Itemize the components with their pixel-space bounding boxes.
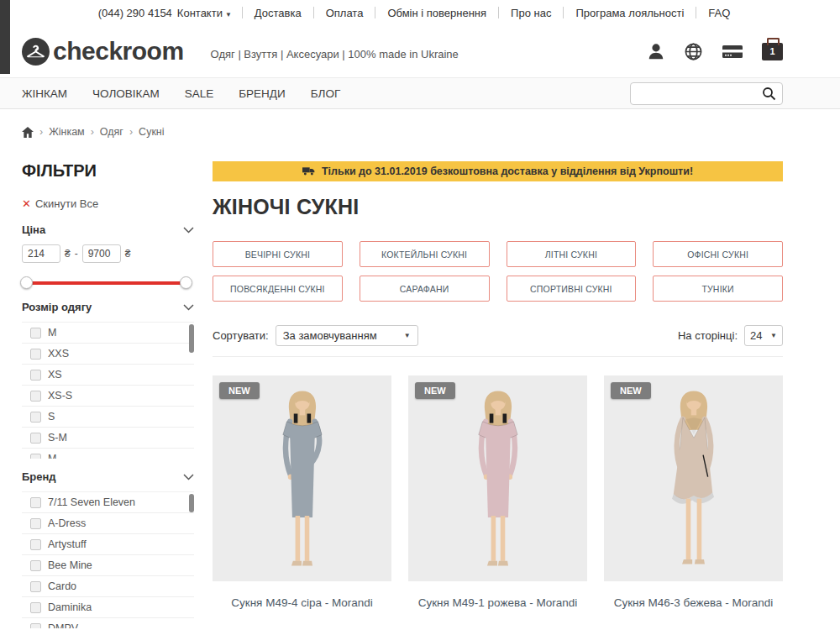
top-link-payment[interactable]: Оплата — [314, 7, 375, 19]
checkbox[interactable] — [30, 518, 41, 529]
price-min-input[interactable] — [22, 244, 60, 263]
breadcrumb-dresses[interactable]: Сукні — [139, 126, 164, 138]
size-option[interactable]: XS-S — [22, 386, 194, 407]
checkbox[interactable] — [30, 433, 41, 444]
breadcrumb-separator: › — [39, 126, 43, 138]
slider-track — [24, 281, 189, 285]
category-casual-dresses[interactable]: ПОВСЯКДЕННІ СУКНІ — [213, 276, 343, 302]
chevron-down-icon — [183, 474, 194, 480]
product-card[interactable]: NEW — [213, 375, 391, 609]
checkbox[interactable] — [30, 497, 41, 508]
new-badge: NEW — [611, 382, 651, 399]
brand-option[interactable]: Daminika — [22, 597, 194, 618]
price-range-slider[interactable] — [24, 276, 189, 289]
product-image[interactable]: NEW — [408, 375, 587, 581]
product-photo-model — [248, 386, 357, 581]
home-icon[interactable] — [22, 127, 34, 138]
checkbox[interactable] — [30, 391, 41, 402]
nav-item-men[interactable]: ЧОЛОВІКАМ — [92, 87, 160, 100]
size-options-list[interactable]: M XXS XS XS-S S S-M M — [22, 322, 194, 459]
account-icon[interactable] — [647, 42, 665, 60]
size-option[interactable]: M — [22, 449, 194, 459]
per-page-label: На сторінці: — [678, 329, 738, 342]
checkbox[interactable] — [30, 412, 41, 423]
checkbox[interactable] — [30, 623, 41, 629]
cart-icon[interactable]: 1 — [762, 43, 783, 60]
size-option[interactable]: S-M — [22, 428, 194, 449]
checkbox[interactable] — [30, 539, 41, 550]
checkbox[interactable] — [30, 581, 41, 592]
reset-filters-button[interactable]: ✕ Скинути Все — [22, 197, 194, 210]
nav-item-sale[interactable]: SALE — [185, 87, 214, 100]
filters-title: ФІЛЬТРИ — [22, 161, 194, 181]
brand-option[interactable]: Bee Mine — [22, 555, 194, 576]
category-office-dresses[interactable]: ОФІСНІ СУКНІ — [653, 241, 783, 267]
scrollbar[interactable] — [189, 324, 194, 353]
slider-handle-max[interactable] — [180, 276, 192, 289]
price-separator: - — [75, 248, 78, 260]
product-grid: NEW — [213, 375, 783, 609]
size-option[interactable]: M — [22, 323, 194, 344]
nav-item-brands[interactable]: БРЕНДИ — [239, 87, 285, 100]
search-input[interactable] — [630, 82, 783, 105]
brand-section-header[interactable]: Бренд — [22, 470, 194, 483]
price-section-header[interactable]: Ціна — [22, 223, 194, 236]
top-link-delivery[interactable]: Доставка — [243, 7, 313, 19]
brand-option[interactable]: Cardo — [22, 576, 194, 597]
checkbox[interactable] — [30, 602, 41, 613]
sort-select[interactable]: За замовчуванням ▼ — [276, 325, 418, 346]
product-card[interactable]: NEW — [604, 375, 783, 609]
product-card[interactable]: NEW — [408, 375, 587, 609]
product-photo-model — [639, 386, 748, 581]
size-option[interactable]: S — [22, 407, 194, 428]
per-page-select[interactable]: 24 ▼ — [744, 325, 783, 346]
top-link-loyalty[interactable]: Програма лояльності — [564, 7, 696, 19]
checkbox[interactable] — [30, 560, 41, 571]
currency-label: ₴ — [65, 248, 71, 260]
brand-option[interactable]: 7/11 Seven Eleven — [22, 492, 194, 513]
price-max-input[interactable] — [82, 244, 121, 263]
checkbox[interactable] — [30, 328, 41, 339]
brand-option[interactable]: DMPV — [22, 618, 194, 628]
category-cocktail-dresses[interactable]: КОКТЕЙЛЬНІ СУКНІ — [360, 241, 490, 267]
breadcrumb-clothes[interactable]: Одяг — [100, 126, 123, 138]
category-tunics[interactable]: ТУНІКИ — [653, 276, 783, 302]
category-summer-dresses[interactable]: ЛІТНІ СУКНІ — [507, 241, 637, 267]
nav-item-blog[interactable]: БЛОГ — [311, 87, 341, 100]
main-navbar: ЖІНКАМ ЧОЛОВІКАМ SALE БРЕНДИ БЛОГ — [0, 77, 840, 109]
category-evening-dresses[interactable]: ВЕЧІРНІ СУКНІ — [213, 241, 343, 267]
search-icon[interactable] — [762, 87, 776, 101]
checkbox[interactable] — [30, 454, 41, 459]
nav-item-women[interactable]: ЖІНКАМ — [22, 87, 67, 100]
brand-options-list[interactable]: 7/11 Seven Eleven A-Dress Artystuff Bee … — [22, 491, 194, 628]
product-title[interactable]: Сукня М49-4 сіра - Morandi — [213, 596, 391, 609]
language-globe-icon[interactable] — [684, 42, 703, 61]
product-image[interactable]: NEW — [213, 375, 391, 581]
top-link-about[interactable]: Про нас — [499, 7, 563, 19]
site-logo[interactable]: checkroom — [22, 37, 184, 66]
brand-option[interactable]: Artystuff — [22, 534, 194, 555]
subcategory-grid: ВЕЧІРНІ СУКНІ КОКТЕЙЛЬНІ СУКНІ ЛІТНІ СУК… — [213, 241, 783, 302]
breadcrumb-women[interactable]: Жінкам — [49, 126, 85, 138]
top-link-faq[interactable]: FAQ — [696, 7, 742, 19]
contacts-dropdown[interactable]: Контакти▼ — [177, 7, 232, 19]
checkbox[interactable] — [30, 349, 41, 360]
category-sundresses[interactable]: САРАФАНИ — [360, 276, 490, 302]
product-image[interactable]: NEW — [604, 375, 783, 581]
checkbox[interactable] — [30, 370, 41, 381]
payment-card-icon[interactable] — [722, 43, 743, 60]
cart-count-badge: 1 — [769, 46, 774, 56]
breadcrumb-separator: › — [91, 126, 94, 138]
currency-label: ₴ — [125, 248, 131, 260]
size-option[interactable]: XXS — [22, 344, 194, 365]
brand-option[interactable]: A-Dress — [22, 513, 194, 534]
size-section-header[interactable]: Розмір одягу — [22, 301, 194, 313]
top-link-returns[interactable]: Обмін і повернення — [375, 7, 498, 19]
product-title[interactable]: Сукня М49-1 рожева - Morandi — [408, 596, 587, 609]
category-sport-dresses[interactable]: СПОРТИВНІ СУКНІ — [507, 276, 637, 302]
scrollbar[interactable] — [189, 494, 194, 512]
slider-handle-min[interactable] — [20, 276, 33, 289]
site-header: checkroom Одяг | Взуття | Аксесуари | 10… — [22, 25, 783, 77]
product-title[interactable]: Сукня М46-3 бежева - Morandi — [604, 596, 783, 609]
size-option[interactable]: XS — [22, 365, 194, 386]
